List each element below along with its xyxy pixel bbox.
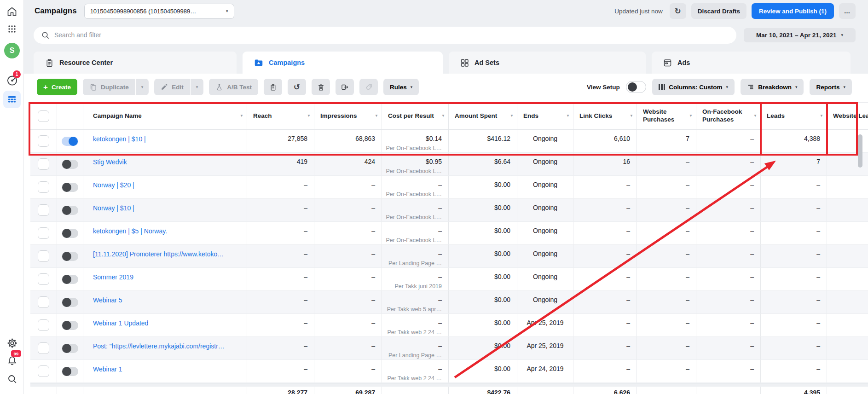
campaign-name-link[interactable]: Stig Wedvik xyxy=(93,158,127,166)
cell-impressions: 424 xyxy=(365,158,375,165)
cell-cost-per-result-sub: Per Takk web 2 24 … xyxy=(385,329,442,336)
header-ends[interactable]: Ends▼ xyxy=(517,103,573,129)
campaign-status-toggle[interactable] xyxy=(62,252,78,261)
cell-amount-spent: $416.12 xyxy=(487,135,510,142)
campaign-name-link[interactable]: Post: "https://levlettere.mykajabi.com/r… xyxy=(93,342,225,350)
reports-button[interactable]: Reports ▾ xyxy=(810,79,852,95)
cell-website-purchases: – xyxy=(686,204,689,211)
paste-clipboard-button[interactable] xyxy=(264,79,282,95)
tab-ad-sets[interactable]: Ad Sets xyxy=(449,52,646,74)
tab-resource-center[interactable]: Resource Center xyxy=(34,52,237,74)
campaign-status-toggle[interactable] xyxy=(62,321,78,330)
campaign-status-toggle[interactable] xyxy=(62,298,78,307)
cell-website-purchases: – xyxy=(686,319,689,326)
cell-link-clicks: – xyxy=(626,227,630,234)
totals-leads: 4,395 xyxy=(761,387,827,394)
campaign-status-toggle[interactable] xyxy=(62,183,78,192)
row-checkbox[interactable] xyxy=(38,296,49,308)
ab-test-button[interactable]: A/B Test xyxy=(209,79,258,95)
cell-ends: Ongoing xyxy=(533,273,557,280)
tab-ads[interactable]: Ads xyxy=(652,52,851,74)
cell-cost-per-result: – xyxy=(438,365,442,372)
campaign-status-toggle[interactable] xyxy=(62,275,78,284)
delete-button[interactable] xyxy=(312,79,330,95)
breakdown-button[interactable]: Breakdown ▾ xyxy=(741,79,804,95)
campaign-status-toggle[interactable] xyxy=(62,137,78,146)
discard-drafts-button[interactable]: Discard Drafts xyxy=(691,3,746,19)
undo-button[interactable]: ↺ xyxy=(288,79,306,95)
campaigns-table: Campaign Name▼ Reach▼ Impressions▼ Cost … xyxy=(30,102,868,394)
account-quality-gauge-icon[interactable]: 1 xyxy=(0,74,24,87)
review-publish-button[interactable]: Review and Publish (1) xyxy=(752,3,834,19)
notifications-bell-icon[interactable]: 99 xyxy=(0,354,24,366)
search-input[interactable] xyxy=(54,31,729,39)
row-checkbox[interactable] xyxy=(38,204,49,216)
tab-campaigns[interactable]: Campaigns xyxy=(243,52,443,74)
columns-button[interactable]: Columns: Custom ▾ xyxy=(652,79,735,95)
sidebar-search-icon[interactable] xyxy=(0,373,24,385)
row-checkbox[interactable] xyxy=(38,273,49,285)
search-bar[interactable] xyxy=(34,27,736,44)
header-leads[interactable]: Leads▼ xyxy=(761,103,827,129)
refresh-button[interactable]: ↻ xyxy=(670,3,686,19)
header-amount-spent[interactable]: Amount Spent▼ xyxy=(449,103,517,129)
campaign-status-toggle[interactable] xyxy=(62,229,78,238)
cell-on-facebook-purchases: – xyxy=(750,296,754,303)
tag-button[interactable] xyxy=(359,79,378,95)
row-checkbox[interactable] xyxy=(38,158,49,170)
edit-caret-button[interactable]: ▾ xyxy=(191,79,204,95)
header-reach[interactable]: Reach▼ xyxy=(247,103,314,129)
date-range-selector[interactable]: Mar 10, 2021 – Apr 21, 2021 ▾ xyxy=(744,28,856,42)
row-checkbox[interactable] xyxy=(38,181,49,193)
duplicate-caret-button[interactable]: ▾ xyxy=(136,79,149,95)
row-checkbox[interactable] xyxy=(38,342,49,354)
header-campaign-name[interactable]: Campaign Name▼ xyxy=(83,103,247,129)
row-checkbox[interactable] xyxy=(38,227,49,239)
campaign-name-link[interactable]: ketokongen | $5 | Norway. xyxy=(93,227,167,235)
campaign-name-link[interactable]: Webinar 1 xyxy=(93,365,122,373)
header-website-leads[interactable]: Website Leads xyxy=(827,103,868,129)
apps-grid-icon[interactable] xyxy=(0,23,24,35)
cell-ends: Ongoing xyxy=(533,181,557,188)
campaign-name-link[interactable]: ketokongen | $10 | xyxy=(93,135,146,143)
campaign-name-link[interactable]: [11.11.2020] Promoterer https://www.keto… xyxy=(93,250,224,258)
edit-button[interactable]: Edit xyxy=(154,79,190,95)
header-website-purchases[interactable]: Website Purchases▼ xyxy=(637,103,696,129)
select-all-checkbox[interactable] xyxy=(38,110,49,122)
settings-gear-icon[interactable] xyxy=(0,337,24,349)
cell-impressions: – xyxy=(371,296,375,303)
header-cost-per-result[interactable]: Cost per Result▼ xyxy=(382,103,449,129)
home-icon[interactable] xyxy=(0,6,24,17)
campaign-status-toggle[interactable] xyxy=(62,367,78,376)
row-checkbox[interactable] xyxy=(38,135,49,147)
campaign-name-link[interactable]: Webinar 5 xyxy=(93,296,122,304)
duplicate-button[interactable]: Duplicate xyxy=(83,79,135,95)
header-on-facebook-purchases[interactable]: On-Facebook Purchases▼ xyxy=(696,103,761,129)
view-setup-toggle[interactable] xyxy=(626,81,646,93)
campaign-status-toggle[interactable] xyxy=(62,344,78,353)
campaign-status-toggle[interactable] xyxy=(62,206,78,215)
ads-manager-active-icon[interactable] xyxy=(0,91,24,108)
more-options-button[interactable]: … xyxy=(839,3,856,19)
create-button[interactable]: + Create xyxy=(37,79,77,95)
campaign-name-link[interactable]: Sommer 2019 xyxy=(93,273,133,281)
campaign-name-link[interactable]: Norway | $20 | xyxy=(93,181,134,189)
cell-leads: 7 xyxy=(816,158,820,165)
ellipsis-icon: … xyxy=(844,8,851,15)
header-link-clicks[interactable]: Link Clicks▼ xyxy=(573,103,637,129)
header-impressions[interactable]: Impressions▼ xyxy=(314,103,382,129)
user-avatar[interactable]: S xyxy=(0,43,24,58)
vertical-scrollbar-thumb[interactable] xyxy=(858,134,862,168)
campaign-status-toggle[interactable] xyxy=(62,160,78,169)
row-checkbox[interactable] xyxy=(38,319,49,331)
campaign-name-link[interactable]: Webinar 1 Updated xyxy=(93,319,148,327)
sort-caret-icon: ▼ xyxy=(820,114,823,118)
campaign-row: Webinar 1–––Per Takk web 2 24 …$0.00Apr … xyxy=(30,360,868,383)
trash-icon xyxy=(317,83,325,91)
row-checkbox[interactable] xyxy=(38,250,49,262)
rules-button[interactable]: Rules ▾ xyxy=(383,79,419,95)
export-button[interactable] xyxy=(336,79,354,95)
campaign-name-link[interactable]: Norway | $10 | xyxy=(93,204,134,212)
row-checkbox[interactable] xyxy=(38,365,49,377)
account-dropdown[interactable]: 10150450998900856 (101504509989… ▾ xyxy=(84,4,234,19)
